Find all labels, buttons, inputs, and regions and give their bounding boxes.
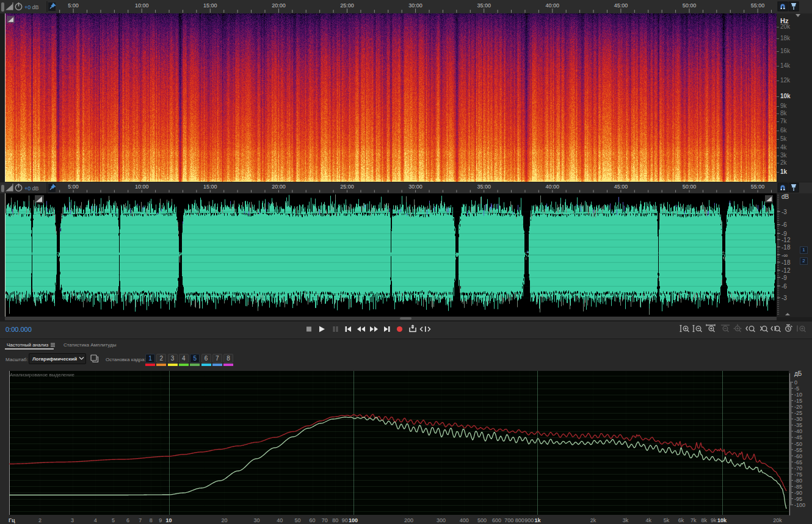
svg-text:35:00: 35:00: [477, 184, 491, 190]
svg-text:35:00: 35:00: [477, 2, 491, 9]
svg-text:30:00: 30:00: [408, 2, 422, 9]
svg-text:40:00: 40:00: [546, 184, 560, 190]
svg-text:25:00: 25:00: [340, 2, 354, 9]
svg-text:50:00: 50:00: [683, 2, 697, 9]
svg-text:25:00: 25:00: [340, 184, 354, 190]
svg-text:55:00: 55:00: [751, 2, 765, 9]
svg-text:+0: +0: [24, 185, 31, 192]
svg-text:20:00: 20:00: [272, 184, 286, 190]
svg-text:30:00: 30:00: [408, 184, 422, 190]
svg-text:dB: dB: [32, 185, 39, 192]
svg-text:40:00: 40:00: [546, 2, 560, 9]
svg-text:+0: +0: [24, 4, 31, 10]
svg-text:dB: dB: [32, 4, 39, 10]
svg-text:15:00: 15:00: [203, 184, 217, 190]
svg-text:45:00: 45:00: [614, 2, 628, 9]
svg-text:45:00: 45:00: [614, 184, 628, 190]
svg-text:55:00: 55:00: [751, 184, 765, 190]
svg-text:10:00: 10:00: [135, 2, 149, 9]
svg-text:15:00: 15:00: [203, 2, 217, 9]
svg-text:20:00: 20:00: [272, 2, 286, 9]
svg-text:50:00: 50:00: [683, 184, 697, 190]
svg-text:10:00: 10:00: [135, 184, 149, 190]
